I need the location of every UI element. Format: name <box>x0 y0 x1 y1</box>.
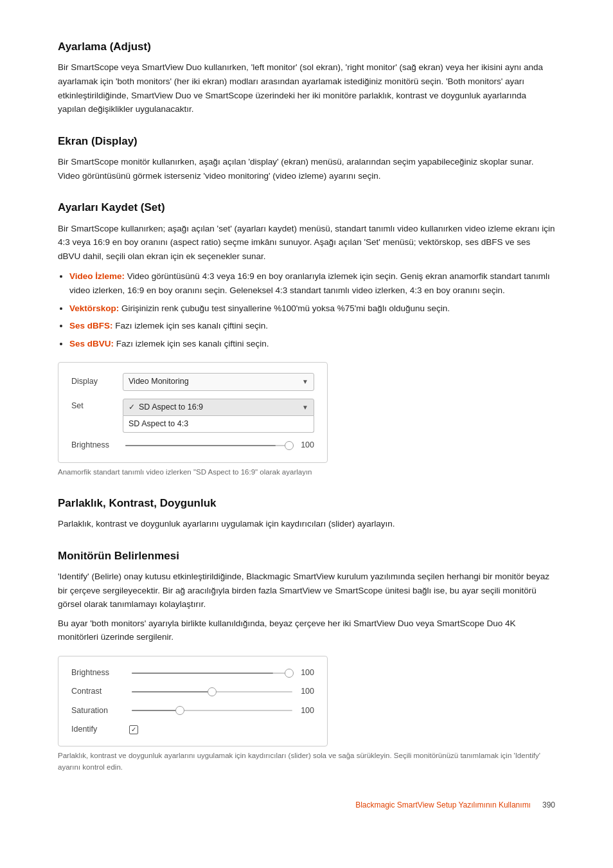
identify-contrast-fill <box>132 691 212 692</box>
identify-contrast-row: Contrast 100 <box>71 685 314 698</box>
section-adjust-body: Bir SmartScope veya SmartView Duo kullan… <box>58 60 555 116</box>
identify-contrast-value: 100 <box>295 685 314 698</box>
section-adjust-title: Ayarlama (Adjust) <box>58 39 555 55</box>
diagram-set-row: Set ✓ SD Aspect to 16:9 ▼ SD Aspect to 4… <box>71 399 314 433</box>
set-diagram: Display Video Monitoring ▼ Set ✓ SD Aspe… <box>58 362 328 463</box>
identify-checkbox-label: Identify <box>71 723 129 736</box>
bullet-vectorscope-text: Girişinizin renk çubuğu test sinyallerin… <box>119 303 450 313</box>
set-active-option[interactable]: ✓ SD Aspect to 16:9 ▼ <box>123 399 314 416</box>
diagram-display-row: Display Video Monitoring ▼ <box>71 373 314 390</box>
bullet-dbfs-term: Ses dBFS: <box>69 321 113 330</box>
footer-brand: Blackmagic SmartView Setup Yazılımının K… <box>355 799 531 811</box>
set-dropdown-arrow: ▼ <box>302 402 308 413</box>
bullet-dbfs-text: Fazı izlemek için ses kanalı çiftini seç… <box>113 321 269 330</box>
identify-contrast-thumb[interactable] <box>208 687 217 696</box>
bullet-dbvu-term: Ses dBVU: <box>69 339 114 348</box>
footer-page: 390 <box>542 799 555 811</box>
section-identify-title: Monitörün Belirlenmesi <box>58 548 555 565</box>
identify-brightness-label: Brightness <box>71 667 129 679</box>
page-footer: Blackmagic SmartView Setup Yazılımının K… <box>58 793 555 811</box>
bullet-video: Video İzleme: Video görüntüsünü 4:3 veya… <box>69 269 555 297</box>
section-set: Ayarları Kaydet (Set) Bir SmartScope kul… <box>58 199 555 478</box>
diagram-set-label: Set <box>71 399 123 412</box>
section-display-body: Bir SmartScope monitör kullanırken, aşağ… <box>58 155 555 183</box>
section-brightness-body: Parlaklık, kontrast ve doygunluk ayarlar… <box>58 517 555 531</box>
set-dropdown-container: ✓ SD Aspect to 16:9 ▼ SD Aspect to 4:3 <box>123 399 314 433</box>
identify-checkbox[interactable]: ✓ <box>129 725 138 734</box>
section-display-title: Ekran (Display) <box>58 133 555 150</box>
bullet-dbvu-text: Fazı izlemek için ses kanalı çiftini seç… <box>114 339 269 348</box>
identify-contrast-track[interactable] <box>132 691 292 692</box>
brightness-slider-fill <box>125 445 276 446</box>
section-brightness-title: Parlaklık, Kontrast, Doygunluk <box>58 495 555 512</box>
identify-saturation-value: 100 <box>295 705 314 717</box>
display-dropdown-value: Video Monitoring <box>129 375 189 388</box>
section-set-body: Bir SmartScope kullanırken; aşağı açılan… <box>58 222 555 264</box>
section-identify-body1: 'Identify' (Belirle) onay kutusu etkinle… <box>58 570 555 611</box>
brightness-slider-track[interactable] <box>125 445 292 446</box>
identify-diagram: Brightness 100 Contrast 100 Saturation 1… <box>58 656 328 747</box>
set-diagram-caption: Anamorfik standart tanımlı video izlerke… <box>58 467 555 478</box>
section-identify-body2: Bu ayar 'both monitors' ayarıyla birlikt… <box>58 617 555 644</box>
section-set-title: Ayarları Kaydet (Set) <box>58 199 555 216</box>
section-adjust: Ayarlama (Adjust) Bir SmartScope veya Sm… <box>58 39 555 116</box>
display-dropdown-arrow: ▼ <box>302 377 308 387</box>
bullet-dbvu: Ses dBVU: Fazı izlemek için ses kanalı ç… <box>69 337 555 351</box>
set-checkmark-icon: ✓ <box>129 401 135 413</box>
bullet-vectorscope-term: Vektörskop: <box>69 303 119 313</box>
brightness-slider-thumb[interactable] <box>285 441 294 450</box>
set-active-value: SD Aspect to 16:9 <box>139 401 203 413</box>
identify-saturation-track[interactable] <box>132 710 292 711</box>
display-dropdown[interactable]: Video Monitoring ▼ <box>123 373 314 390</box>
diagram-brightness-label: Brightness <box>71 439 123 451</box>
identify-saturation-row: Saturation 100 <box>71 705 314 717</box>
identify-checkbox-row: Identify ✓ <box>71 723 314 736</box>
brightness-slider-value: 100 <box>295 439 314 451</box>
diagram-display-label: Display <box>71 375 123 388</box>
identify-contrast-label: Contrast <box>71 685 129 698</box>
identify-saturation-label: Saturation <box>71 705 129 717</box>
set-open-option[interactable]: SD Aspect to 4:3 <box>123 416 314 433</box>
bullet-video-term: Video İzleme: <box>69 271 125 281</box>
section-identify: Monitörün Belirlenmesi 'Identify' (Belir… <box>58 548 555 773</box>
identify-diagram-caption: Parlaklık, kontrast ve doygunluk ayarlar… <box>58 750 555 773</box>
set-bullet-list: Video İzleme: Video görüntüsünü 4:3 veya… <box>69 269 555 350</box>
bullet-video-text: Video görüntüsünü 4:3 veya 16:9 en boy o… <box>69 271 550 295</box>
identify-brightness-fill <box>132 673 273 674</box>
identify-saturation-thumb[interactable] <box>175 706 184 715</box>
identify-brightness-track[interactable] <box>132 673 292 674</box>
diagram-brightness-row: Brightness 100 <box>71 439 314 451</box>
set-open-value: SD Aspect to 4:3 <box>129 419 188 428</box>
identify-brightness-thumb[interactable] <box>285 669 294 678</box>
bullet-vectorscope: Vektörskop: Girişinizin renk çubuğu test… <box>69 302 555 316</box>
bullet-dbfs: Ses dBFS: Fazı izlemek için ses kanalı ç… <box>69 319 555 333</box>
identify-brightness-row: Brightness 100 <box>71 667 314 679</box>
identify-brightness-value: 100 <box>295 667 314 679</box>
section-display: Ekran (Display) Bir SmartScope monitör k… <box>58 133 555 183</box>
section-brightness: Parlaklık, Kontrast, Doygunluk Parlaklık… <box>58 495 555 531</box>
identify-saturation-fill <box>132 710 180 711</box>
